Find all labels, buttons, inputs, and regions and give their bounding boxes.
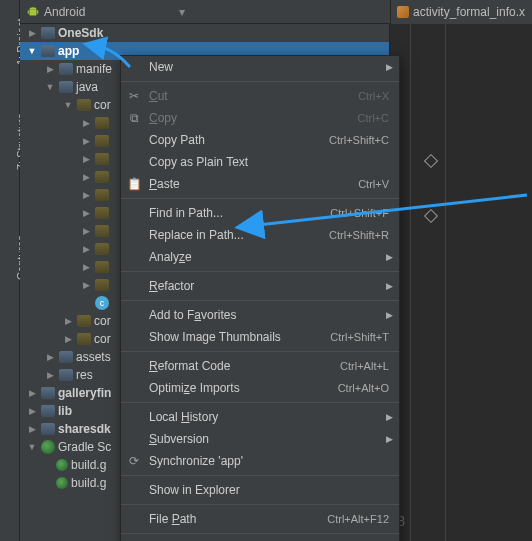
menu-label: Reformat Code	[149, 359, 230, 373]
package-icon	[95, 279, 109, 291]
menu-copy[interactable]: ⧉CopyCtrl+C	[121, 107, 399, 129]
folder-icon	[59, 369, 73, 381]
editor-tab-label: activity_formal_info.x	[413, 5, 525, 19]
expand-icon[interactable]: ▶	[62, 316, 74, 326]
tree-label: Gradle Sc	[58, 440, 111, 454]
tree-label: sharesdk	[58, 422, 111, 436]
expand-icon[interactable]: ▶	[80, 190, 92, 200]
folder-icon	[59, 351, 73, 363]
menu-file-path[interactable]: File PathCtrl+Alt+F12	[121, 508, 399, 530]
menu-label: Subversion	[149, 432, 209, 446]
menu-copy-plain[interactable]: Copy as Plain Text	[121, 151, 399, 173]
tree-label: build.g	[71, 476, 106, 490]
menu-optimize-imports[interactable]: Optimize ImportsCtrl+Alt+O	[121, 377, 399, 399]
tree-label: cor	[94, 98, 111, 112]
menu-reformat[interactable]: Reformat CodeCtrl+Alt+L	[121, 355, 399, 377]
expand-icon[interactable]: ▶	[62, 334, 74, 344]
menu-cut[interactable]: ✂CutCtrl+X	[121, 85, 399, 107]
menu-refactor[interactable]: Refactor▶	[121, 275, 399, 297]
menu-label: Add to Favorites	[149, 308, 236, 322]
menu-separator	[121, 351, 399, 352]
menu-show-thumbnails[interactable]: Show Image ThumbnailsCtrl+Shift+T	[121, 326, 399, 348]
folder-icon	[59, 81, 73, 93]
shortcut: Ctrl+C	[358, 112, 389, 124]
tree-label: cor	[94, 332, 111, 346]
gradle-file-icon	[56, 477, 68, 489]
menu-separator	[121, 475, 399, 476]
tree-label: lib	[58, 404, 72, 418]
package-icon	[95, 207, 109, 219]
expand-icon[interactable]: ▶	[26, 406, 38, 416]
folder-icon	[59, 63, 73, 75]
package-icon	[95, 153, 109, 165]
expand-icon[interactable]: ▶	[80, 280, 92, 290]
package-icon	[95, 135, 109, 147]
shortcut: Ctrl+Shift+C	[329, 134, 389, 146]
expand-icon[interactable]: ▶	[80, 118, 92, 128]
menu-analyze[interactable]: Analyze▶	[121, 246, 399, 268]
expand-icon[interactable]: ▶	[80, 262, 92, 272]
sync-icon: ⟳	[127, 454, 141, 468]
expand-icon[interactable]: ▶	[80, 226, 92, 236]
collapse-icon[interactable]: ▼	[62, 100, 74, 110]
expand-icon[interactable]: ▶	[80, 136, 92, 146]
menu-label: Synchronize 'app'	[149, 454, 243, 468]
menu-add-favorites[interactable]: Add to Favorites▶	[121, 304, 399, 326]
menu-paste[interactable]: 📋PasteCtrl+V	[121, 173, 399, 195]
editor-tab[interactable]: activity_formal_info.x	[390, 0, 532, 24]
folder-icon	[41, 405, 55, 417]
ide-vertical-toolbar: 1: Project 7: Structure Captures	[0, 0, 20, 541]
menu-compare-with[interactable]: ⇄Compare With...Ctrl+D	[121, 537, 399, 541]
package-icon	[95, 117, 109, 129]
menu-copy-path[interactable]: Copy PathCtrl+Shift+C	[121, 129, 399, 151]
menu-label: Copy as Plain Text	[149, 155, 248, 169]
platform-selector[interactable]: Android ▾	[20, 0, 191, 24]
expand-icon[interactable]: ▶	[80, 208, 92, 218]
gradle-icon	[41, 440, 55, 454]
tree-label: build.g	[71, 458, 106, 472]
expand-icon[interactable]: ▶	[44, 370, 56, 380]
package-icon	[77, 99, 91, 111]
tree-label: assets	[76, 350, 111, 364]
paste-icon: 📋	[127, 177, 141, 191]
chevron-right-icon: ▶	[386, 252, 393, 262]
gradle-file-icon	[56, 459, 68, 471]
package-icon	[77, 333, 91, 345]
folder-icon	[41, 45, 55, 57]
expand-icon[interactable]: ▶	[44, 64, 56, 74]
chevron-right-icon: ▶	[386, 412, 393, 422]
expand-icon[interactable]: ▶	[26, 28, 38, 38]
menu-new[interactable]: New▶	[121, 56, 399, 78]
collapse-icon[interactable]: ▼	[26, 46, 38, 56]
expand-icon[interactable]: ▶	[80, 244, 92, 254]
chevron-right-icon: ▶	[386, 310, 393, 320]
menu-label: Local History	[149, 410, 218, 424]
class-icon: c	[95, 296, 109, 310]
shortcut: Ctrl+X	[358, 90, 389, 102]
package-icon	[95, 189, 109, 201]
menu-label: New	[149, 60, 173, 74]
expand-icon[interactable]: ▶	[26, 388, 38, 398]
xml-file-icon	[397, 6, 409, 18]
expand-icon[interactable]: ▶	[26, 424, 38, 434]
menu-label: Cut	[149, 89, 168, 103]
expand-icon[interactable]: ▶	[44, 352, 56, 362]
expand-icon[interactable]: ▶	[80, 154, 92, 164]
package-icon	[95, 243, 109, 255]
expand-icon[interactable]: ▶	[80, 172, 92, 182]
menu-synchronize[interactable]: ⟳Synchronize 'app'	[121, 450, 399, 472]
menu-show-explorer[interactable]: Show in Explorer	[121, 479, 399, 501]
menu-separator	[121, 271, 399, 272]
collapse-icon[interactable]: ▼	[44, 82, 56, 92]
chevron-right-icon: ▶	[386, 434, 393, 444]
breakpoint-marker-icon[interactable]	[424, 154, 438, 168]
copy-icon: ⧉	[127, 111, 141, 125]
editor-area	[390, 24, 532, 541]
svg-rect-0	[30, 9, 37, 15]
menu-local-history[interactable]: Local History▶	[121, 406, 399, 428]
menu-label: Find in Path...	[149, 206, 223, 220]
menu-subversion[interactable]: Subversion▶	[121, 428, 399, 450]
vcs-gutter	[445, 24, 446, 541]
collapse-icon[interactable]: ▼	[26, 442, 38, 452]
tree-item-onesdk[interactable]: ▶ OneSdk	[20, 24, 389, 42]
